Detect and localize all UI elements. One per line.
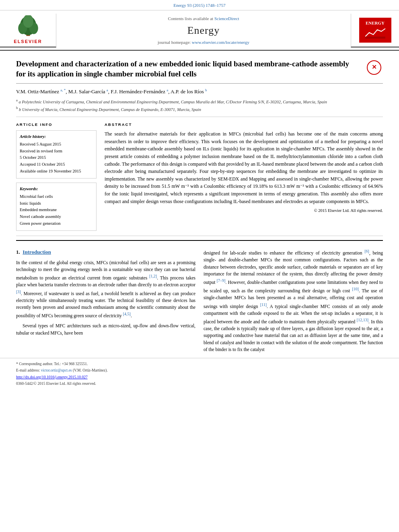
doi-link[interactable]: http://dx.doi.org/10.1016/j.energy.2015.… <box>16 375 88 379</box>
cite-11: [11] <box>260 302 267 307</box>
sciencedirect-info: Contents lists available at ScienceDirec… <box>168 16 239 22</box>
sciencedirect-link[interactable]: ScienceDirect <box>214 16 239 21</box>
cite-6: [6] <box>364 249 369 253</box>
keyword-5: Green power generation <box>20 221 93 227</box>
article-info-heading: ARTICLE INFO <box>16 122 97 127</box>
cite-7-9: [7–9] <box>217 278 226 283</box>
citation-bar: Energy 93 (2015) 1748–1757 <box>0 0 399 10</box>
doi-line: http://dx.doi.org/10.1016/j.energy.2015.… <box>16 375 383 380</box>
affiliation-a-text: a Polytechnic University of Cartagena, C… <box>19 99 327 104</box>
keywords-title: Keywords: <box>20 186 93 192</box>
corresponding-note-text: * Corresponding author. Tel.: +34 968 32… <box>16 362 88 366</box>
authors-line: V.M. Ortiz-Martínez a, *, M.J. Salar-Gar… <box>16 88 383 96</box>
intro-heading-text: Introduction <box>23 249 51 255</box>
abstract-paragraph: The search for alternative materials for… <box>105 130 383 205</box>
revised-date-row: 5 October 2015 <box>20 155 93 161</box>
keyword-2: Ionic liquids <box>20 201 93 207</box>
main-content: Development and characterization of a ne… <box>0 51 399 356</box>
intro-para-1: In the context of the global energy cris… <box>16 259 195 319</box>
crossmark: ✕ <box>367 60 383 75</box>
issn-line: 0360-5442/© 2015 Elsevier Ltd. All right… <box>16 381 383 386</box>
energy-logo-section: ENERGY <box>351 14 399 47</box>
energy-badge: ENERGY <box>359 18 391 43</box>
sciencedirect-label: Contents lists available at <box>168 16 213 21</box>
article-title-section: Development and characterization of a ne… <box>16 51 383 84</box>
cite-10: [10] <box>352 287 359 291</box>
journal-title: Energy <box>187 23 220 38</box>
affiliation-a: a a Polytechnic University of Cartagena,… <box>16 98 383 105</box>
article-history-box: Article history: Received 5 August 2015 … <box>16 130 97 179</box>
article-info-column: ARTICLE INFO Article history: Received 5… <box>16 122 97 231</box>
corresponding-author-note: * Corresponding author. Tel.: +34 968 32… <box>16 362 383 367</box>
received-row: Received 5 August 2015 <box>20 142 93 148</box>
affiliation-b: b b University of Murcia, Chemical Engin… <box>16 106 383 112</box>
article-title: Development and characterization of a ne… <box>16 59 367 79</box>
cite-4-5: [4,5] <box>123 312 131 316</box>
page-footer: * Corresponding author. Tel.: +34 968 32… <box>0 358 399 391</box>
journal-center-info: Contents lists available at ScienceDirec… <box>56 14 351 47</box>
right-para-1: designed for lab-scale studies to enhanc… <box>204 248 383 353</box>
homepage-label: journal homepage: <box>158 40 191 45</box>
homepage-link[interactable]: www.elsevier.com/locate/energy <box>192 40 249 45</box>
energy-chart-icon <box>365 27 385 39</box>
svg-rect-5 <box>365 37 385 39</box>
email-note: E-mail address: victor.ortiz@upct.es (V.… <box>16 368 383 373</box>
copyright-line: © 2015 Elsevier Ltd. All rights reserved… <box>105 207 383 214</box>
intro-para-2: Several types of MFC architectures such … <box>16 322 195 337</box>
abstract-heading: ABSTRACT <box>105 122 383 127</box>
history-title: Article history: <box>20 134 93 140</box>
accepted-row: Accepted 11 October 2015 <box>20 162 93 168</box>
abstract-text: The search for alternative materials for… <box>105 130 383 214</box>
body-right-col: designed for lab-scale studies to enhanc… <box>204 248 383 356</box>
keyword-3: Embedded membrane <box>20 207 93 213</box>
email-note-text: (V.M. Ortiz-Martínez). <box>73 368 108 372</box>
elsevier-tree-icon <box>14 15 42 37</box>
cite-12-13: [12,13] <box>357 318 368 322</box>
elsevier-text: ELSEVIER <box>14 39 42 45</box>
body-left-col: 1. Introduction In the context of the gl… <box>16 248 195 356</box>
authors-text: V.M. Ortiz-Martínez a, *, M.J. Salar-Gar… <box>16 88 207 94</box>
affiliation-b-text: b University of Murcia, Chemical Enginee… <box>19 107 201 111</box>
elsevier-logo: ELSEVIER <box>14 15 42 45</box>
keyword-1: Microbial fuel cells <box>20 194 93 200</box>
authors-section: V.M. Ortiz-Martínez a, *, M.J. Salar-Gar… <box>16 84 383 117</box>
intro-heading: 1. Introduction <box>16 248 195 256</box>
email-link[interactable]: victor.ortiz@upct.es <box>41 368 72 372</box>
article-info-abstract: ARTICLE INFO Article history: Received 5… <box>16 117 383 236</box>
cite-3: [3] <box>16 290 21 294</box>
revised-row: Received in revised form <box>20 148 93 154</box>
journal-header: ELSEVIER Contents lists available at Sci… <box>0 10 399 50</box>
elsevier-logo-section: ELSEVIER <box>0 14 56 47</box>
introduction-section: 1. Introduction In the context of the gl… <box>16 245 383 356</box>
keywords-box: Keywords: Microbial fuel cells Ionic liq… <box>16 183 97 231</box>
citation-text: Energy 93 (2015) 1748–1757 <box>173 3 226 8</box>
keyword-4: Novel cathode assembly <box>20 214 93 220</box>
journal-homepage: journal homepage: www.elsevier.com/locat… <box>158 39 249 45</box>
email-label: E-mail address: <box>16 368 40 372</box>
section-divider <box>16 240 383 241</box>
crossmark-badge: ✕ <box>367 60 381 75</box>
cite-1-2: [1,2] <box>149 274 157 278</box>
available-row: Available online 19 November 2015 <box>20 168 93 175</box>
abstract-column: ABSTRACT The search for alternative mate… <box>105 122 383 231</box>
